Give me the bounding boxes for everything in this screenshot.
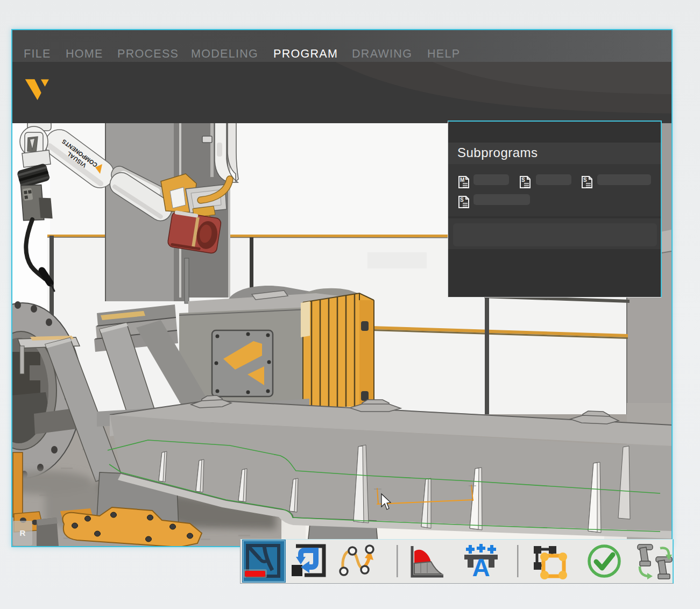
svg-text:S: S bbox=[521, 177, 525, 183]
svg-text:S: S bbox=[460, 197, 464, 203]
svg-text:M: M bbox=[460, 177, 464, 183]
svg-text:A: A bbox=[472, 554, 490, 582]
svg-text:S: S bbox=[583, 177, 587, 183]
svg-text:R: R bbox=[20, 528, 26, 537]
